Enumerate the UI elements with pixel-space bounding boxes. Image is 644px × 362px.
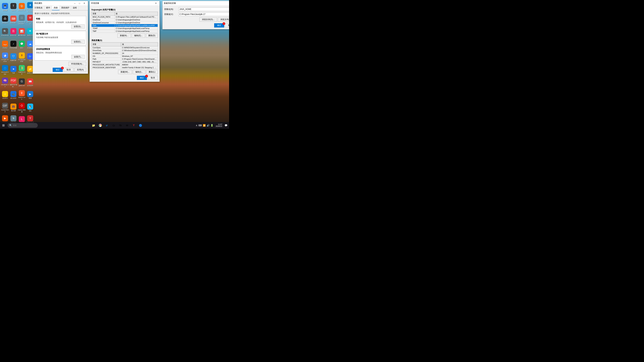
sys-var-row[interactable]: PROCESSOR_ARCHITECTUREAMD64 bbox=[92, 63, 158, 66]
sys-var-row[interactable]: PROCESSOR_IDENTIFIERIntel64 Family 6 Mod… bbox=[92, 66, 158, 69]
user-var-row[interactable]: OneDriveC:\Users\liuguangle\OneDrive bbox=[92, 18, 158, 21]
env-vars-cancel-button[interactable]: 取消 bbox=[148, 76, 158, 80]
icon-vmware[interactable]: □ VMware Workstatio... bbox=[18, 13, 26, 26]
taskbar-explorer[interactable]: 🗂 bbox=[111, 122, 117, 128]
user-edit-button[interactable]: 编辑(E)... bbox=[132, 33, 145, 38]
tray-expand[interactable]: ∧ bbox=[196, 124, 198, 127]
sys-var-row[interactable]: ComSpecC:\WINDOWS\system32\cmd.exe bbox=[92, 46, 158, 49]
icon-yinxiang[interactable]: 📗 印象笔记宫宝 bbox=[18, 64, 26, 76]
icon-msedge[interactable]: ◌ Microsoft Edge bbox=[1, 64, 9, 76]
icon-pdf[interactable]: PDF 福昕PDF阅读... bbox=[9, 76, 18, 89]
user-var-row[interactable]: PathC:\Users\liuguangle\AppData\Local\Mi… bbox=[92, 24, 158, 27]
sys-edit-button[interactable]: 编辑(I)... bbox=[133, 70, 146, 74]
system-properties-window: 系统属性 ─ □ ✕ 计算机名 硬件 高级 系统保护 远程 要进行大多数更改，你… bbox=[33, 1, 88, 74]
taskbar-file-manager[interactable]: 📁 bbox=[90, 122, 96, 128]
icon-jinshan-box: 📹 bbox=[10, 91, 16, 97]
icon-dianjia[interactable]: 🛡 电脑管家 bbox=[9, 51, 18, 64]
maximize-button[interactable]: □ bbox=[77, 1, 82, 5]
sys-delete-button[interactable]: 删除(L) bbox=[146, 70, 158, 74]
tab-hardware[interactable]: 硬件 bbox=[44, 6, 52, 10]
icon-baidu[interactable]: 百 粉色百度 bbox=[9, 26, 18, 38]
icon-qqmusic[interactable]: ♫ QQ音乐 bbox=[1, 89, 9, 101]
icon-jilushi[interactable]: ⌨ 剑录速打 bbox=[9, 13, 18, 26]
icon-jinshan[interactable]: 📹 金山会议 bbox=[9, 89, 18, 101]
icon-typora[interactable]: T Typora bbox=[9, 1, 18, 13]
user-var-row[interactable]: TMPC:\Users\liuguangle\AppData\Local\Tem… bbox=[92, 30, 158, 33]
notification-icon[interactable]: 💬 bbox=[224, 124, 228, 127]
icon-qq[interactable]: 🐧 QQ bbox=[26, 101, 34, 114]
icon-mindman[interactable]: 🧠 MindMan 23 bbox=[1, 76, 9, 89]
user-var-row[interactable]: MOZ_PLUGIN_PATHC:\Program Files (x86)\Fo… bbox=[92, 15, 158, 18]
tab-remote[interactable]: 远程 bbox=[71, 6, 79, 10]
icon-dninja[interactable]: 🕹 dninja.io bbox=[1, 13, 9, 26]
icon-this-pc[interactable]: 🖥️ 此电脑 bbox=[1, 1, 9, 13]
user-var-row[interactable]: TEMPC:\Users\liuguangle\AppData\Local\Te… bbox=[92, 27, 158, 30]
sys-props-apply-button[interactable]: 应用(A) bbox=[74, 68, 86, 72]
search-input[interactable] bbox=[13, 124, 35, 126]
icon-huihua[interactable]: 🎨 画画de工具 bbox=[18, 1, 26, 13]
icon-chrome[interactable]: ◕ Google Chrome bbox=[1, 51, 9, 64]
browse-dir-button[interactable]: 浏览目录(D)... bbox=[200, 17, 217, 22]
icon-firefox[interactable]: 🦊 Firefox bbox=[1, 38, 9, 51]
icon-xunfei[interactable]: 🌻 向日葵远程控制 bbox=[18, 51, 26, 64]
icon-everything[interactable]: 🔍 Everything bbox=[1, 26, 9, 38]
sys-var-row[interactable]: DriverDataC:\Windows\System32\Drivers\Dr… bbox=[92, 49, 158, 52]
taskbar-mail[interactable]: ✉ bbox=[124, 122, 130, 128]
sys-var-row[interactable]: NUMBER_OF_PROCESSORS24 bbox=[92, 52, 158, 55]
icon-jingdong-label: 京东读书 bbox=[27, 85, 33, 87]
sys-var-row[interactable]: OSWindows_NT bbox=[92, 55, 158, 58]
user-col-val: 值 bbox=[115, 12, 158, 15]
tab-advanced[interactable]: 高级 bbox=[52, 6, 60, 10]
profile-settings-button[interactable]: 设置(E)... bbox=[71, 40, 85, 44]
profile-desc: 与登录帐户相关的桌面设置 bbox=[36, 36, 85, 39]
tab-system-protection[interactable]: 系统保护 bbox=[60, 6, 71, 10]
user-var-name: Path bbox=[92, 24, 115, 27]
sys-new-button[interactable]: 新建(W)... bbox=[118, 70, 132, 74]
icon-yinxiang-icon: 📗 bbox=[20, 66, 24, 69]
tab-computer-name[interactable]: 计算机名 bbox=[33, 6, 44, 10]
user-var-row[interactable]: OneDriveConsumerC:\Users\liuguangle\OneD… bbox=[92, 21, 158, 24]
sys-var-row[interactable]: PATHEXT.COM;.EXE;.BAT;.CMD;.VBS;.VBE;.JS… bbox=[92, 60, 158, 63]
icon-douyin-icon: ♪ bbox=[13, 42, 14, 45]
new-var-cancel-button[interactable]: 取消 bbox=[225, 23, 229, 27]
icon-opera[interactable]: O Opera 浏览器 bbox=[18, 101, 26, 114]
tray-battery[interactable]: 🔋 bbox=[210, 124, 214, 127]
icon-xunxun-icon: ▶ bbox=[29, 92, 31, 96]
env-vars-button[interactable]: 环境变量(N)... bbox=[68, 62, 86, 66]
icon-maono[interactable]: 🎙 Maono Link bbox=[18, 89, 26, 101]
minimize-button[interactable]: ─ bbox=[72, 1, 77, 5]
icon-geekexe[interactable]: G geek.exe bbox=[18, 76, 26, 89]
icon-jingdong[interactable]: 📖 京东读书 bbox=[26, 76, 34, 89]
var-value-input[interactable] bbox=[178, 12, 229, 16]
icon-shujupan[interactable]: 📊 畅快数据盘 bbox=[18, 26, 26, 38]
taskbar-ya[interactable]: Y bbox=[131, 122, 137, 128]
env-vars-close-button[interactable]: ✕ bbox=[154, 1, 158, 5]
close-button[interactable]: ✕ bbox=[82, 1, 86, 5]
taskbar-clock[interactable]: 11:57 2024/1/2 bbox=[214, 123, 224, 127]
tray-volume[interactable]: 🔊 bbox=[206, 124, 210, 127]
taskbar-unknown[interactable]: 🔵 bbox=[138, 122, 144, 128]
startup-settings-button[interactable]: 设置(T)... bbox=[72, 55, 85, 59]
search-bar[interactable]: 🔍 bbox=[8, 123, 38, 128]
start-button[interactable]: ⊞ bbox=[0, 122, 7, 129]
sys-var-row[interactable]: PathC:\Program Files\Common Files\Oracle… bbox=[92, 58, 158, 60]
sys-props-cancel-button[interactable]: 取消 bbox=[64, 68, 74, 72]
user-new-button[interactable]: 新建(N)... bbox=[118, 33, 131, 38]
icon-douyin[interactable]: ♪ 抖音短视频 bbox=[9, 38, 18, 51]
var-name-input[interactable] bbox=[178, 7, 229, 11]
taskbar-edge[interactable]: ℯ bbox=[104, 122, 110, 128]
perf-settings-button[interactable]: 设置(S)... bbox=[71, 24, 85, 29]
tray-keyboard[interactable]: ⌨ bbox=[198, 124, 202, 127]
tray-network[interactable]: 📶 bbox=[202, 124, 206, 127]
taskbar-chrome[interactable] bbox=[97, 122, 103, 128]
new-sys-var-title: 新建系统变量 bbox=[164, 2, 229, 5]
icon-ludaxiong[interactable]: 🐻 鲁大师 bbox=[9, 101, 18, 114]
taskbar-store[interactable]: 🛍 bbox=[118, 122, 124, 128]
browse-file-button[interactable]: 浏览文件(F)... bbox=[218, 17, 229, 22]
icon-wechat[interactable]: 💬 微信 bbox=[18, 38, 26, 51]
icon-this-pc-box: 🖥️ bbox=[2, 3, 8, 9]
icon-screentogif[interactable]: GIF ScreenToGif bbox=[1, 101, 9, 114]
user-delete-button[interactable]: 删除(D) bbox=[146, 33, 158, 38]
icon-feitui[interactable]: ➤ 飞推 bbox=[9, 64, 18, 76]
icon-xunxun[interactable]: ▶ 迅迅 bbox=[26, 89, 34, 101]
